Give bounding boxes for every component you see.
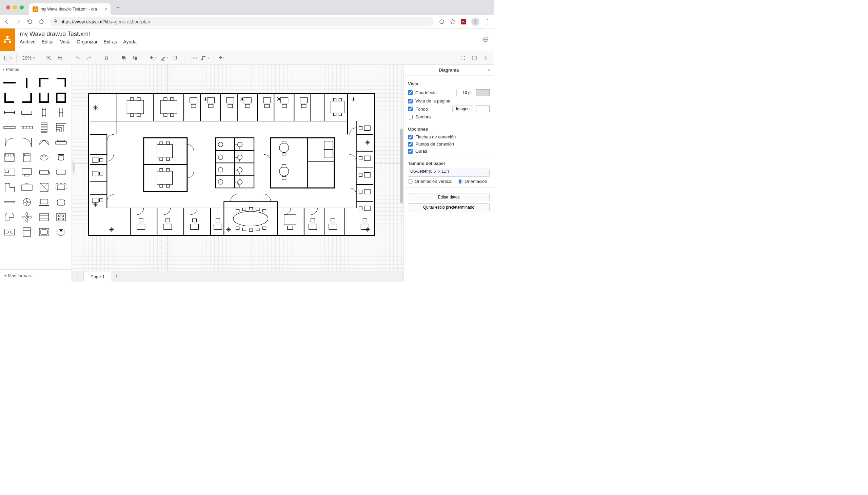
document-title[interactable]: my Wave draw.io Test.xml bbox=[20, 31, 477, 38]
floorplan-drawing[interactable] bbox=[88, 93, 375, 236]
shadow-checkbox[interactable] bbox=[408, 115, 413, 119]
menu-archivo[interactable]: Archivo bbox=[20, 39, 36, 45]
shape-desk-2[interactable] bbox=[20, 167, 34, 178]
waypoints-button[interactable]: ▾ bbox=[199, 53, 210, 63]
shape-sink[interactable] bbox=[37, 226, 51, 238]
zoom-dropdown[interactable]: 30%▾ bbox=[20, 55, 37, 61]
shape-sofa-2[interactable] bbox=[54, 167, 68, 178]
shape-flower[interactable] bbox=[20, 211, 34, 223]
connection-button[interactable]: ▾ bbox=[188, 53, 198, 63]
to-back-button[interactable] bbox=[130, 53, 140, 63]
shape-wall-u[interactable] bbox=[37, 92, 51, 103]
to-front-button[interactable] bbox=[119, 53, 129, 63]
shape-stairs[interactable] bbox=[37, 122, 51, 133]
shape-laptop[interactable] bbox=[37, 197, 51, 208]
shape-rug[interactable] bbox=[54, 182, 68, 193]
shape-dimension[interactable] bbox=[37, 107, 51, 118]
shape-fridge[interactable] bbox=[20, 226, 34, 238]
browser-tab[interactable]: my Wave draw.io Test.xml - dra × bbox=[29, 3, 110, 15]
nav-reload-button[interactable] bbox=[26, 18, 33, 25]
view-sidebar-button[interactable]: ▾ bbox=[3, 53, 13, 63]
menu-vista[interactable]: Vista bbox=[60, 39, 71, 45]
shape-wall-corner-tl[interactable] bbox=[37, 77, 51, 88]
zoom-out-button[interactable] bbox=[55, 53, 66, 63]
redo-button[interactable] bbox=[84, 53, 94, 63]
shape-toaster[interactable] bbox=[54, 197, 68, 208]
shadow-button[interactable] bbox=[171, 53, 181, 63]
menu-editar[interactable]: Editar bbox=[42, 39, 54, 45]
menu-ayuda[interactable]: Ayuda bbox=[123, 39, 136, 45]
shape-stove[interactable] bbox=[54, 211, 68, 223]
profile-avatar-icon[interactable] bbox=[471, 18, 479, 26]
collapse-toolbar-button[interactable] bbox=[481, 53, 491, 63]
grid-checkbox[interactable] bbox=[408, 90, 413, 95]
grid-size-input[interactable] bbox=[456, 89, 473, 96]
line-color-button[interactable]: ▾ bbox=[159, 53, 169, 63]
shape-sofa[interactable] bbox=[37, 167, 51, 178]
shape-door-quarter[interactable] bbox=[3, 137, 16, 148]
shape-bed-single[interactable] bbox=[20, 152, 34, 163]
window-close-icon[interactable] bbox=[6, 5, 10, 10]
shape-window-grid[interactable] bbox=[20, 122, 34, 133]
insert-button[interactable]: +▾ bbox=[217, 53, 227, 63]
shape-wall-h[interactable] bbox=[3, 77, 16, 88]
shape-dimension-2[interactable] bbox=[54, 107, 68, 118]
browser-menu-icon[interactable]: ⋮ bbox=[484, 18, 490, 25]
shape-piano[interactable] bbox=[3, 211, 16, 223]
shape-bed-double[interactable] bbox=[3, 152, 16, 163]
background-color-swatch[interactable] bbox=[476, 105, 490, 112]
shape-opening[interactable] bbox=[3, 107, 16, 118]
menu-organizar[interactable]: Organizar bbox=[77, 39, 97, 45]
nav-forward-button[interactable] bbox=[15, 18, 22, 25]
url-bar[interactable]: https://www.draw.io/?libs=general;floorp… bbox=[50, 17, 434, 27]
orientation-portrait-radio[interactable] bbox=[408, 179, 413, 184]
page-tab[interactable]: Page-1 bbox=[84, 271, 112, 281]
shape-table-round[interactable] bbox=[37, 152, 51, 163]
conn-points-checkbox[interactable] bbox=[408, 142, 413, 147]
page-view-checkbox[interactable] bbox=[408, 99, 413, 103]
paper-size-select[interactable]: US-Letter (8,5" x 11") bbox=[408, 169, 490, 177]
shape-basin[interactable] bbox=[54, 226, 68, 238]
nav-home-button[interactable] bbox=[38, 18, 45, 25]
shape-dresser[interactable] bbox=[37, 211, 51, 223]
clear-default-style-button[interactable]: Quitar estilo predeterminado bbox=[408, 203, 490, 211]
shape-wall-corner-br[interactable] bbox=[20, 92, 34, 103]
menu-extras[interactable]: Extras bbox=[104, 39, 117, 45]
new-tab-button[interactable]: + bbox=[113, 3, 123, 12]
shape-chair[interactable] bbox=[54, 152, 68, 163]
bookmark-star-icon[interactable] bbox=[449, 19, 456, 25]
conn-arrows-checkbox[interactable] bbox=[408, 135, 413, 139]
shape-fan[interactable] bbox=[20, 197, 34, 208]
pagebar-menu-icon[interactable]: ⋮ bbox=[74, 273, 82, 280]
more-shapes-button[interactable]: + Más formas... bbox=[0, 269, 72, 281]
mendeley-extension-icon[interactable] bbox=[460, 19, 466, 25]
palette-header-planos[interactable]: Planos bbox=[0, 65, 72, 74]
shape-wall-corner-bl[interactable] bbox=[3, 92, 16, 103]
shape-tv[interactable] bbox=[20, 182, 34, 193]
format-panel-button[interactable] bbox=[469, 53, 479, 63]
format-panel-close-icon[interactable]: × bbox=[488, 68, 490, 73]
shape-window-bay[interactable] bbox=[54, 137, 68, 148]
tab-close-icon[interactable]: × bbox=[104, 6, 107, 12]
grid-color-swatch[interactable] bbox=[476, 89, 490, 96]
extension-icon[interactable] bbox=[439, 19, 445, 25]
vertical-scrollbar[interactable] bbox=[400, 68, 403, 268]
shape-door-quarter-2[interactable] bbox=[20, 137, 34, 148]
background-checkbox[interactable] bbox=[408, 106, 413, 111]
shape-window-narrow[interactable] bbox=[3, 122, 16, 133]
edit-data-button[interactable]: Editar datos bbox=[408, 193, 490, 201]
drawio-logo-icon[interactable] bbox=[0, 29, 15, 51]
shape-door-double[interactable] bbox=[37, 137, 51, 148]
zoom-in-button[interactable] bbox=[44, 53, 54, 63]
fill-color-button[interactable]: ▾ bbox=[147, 53, 158, 63]
undo-button[interactable] bbox=[73, 53, 83, 63]
window-minimize-icon[interactable] bbox=[13, 5, 17, 10]
nav-back-button[interactable] bbox=[3, 18, 10, 25]
sidebar-collapse-handle[interactable] bbox=[72, 160, 75, 175]
shape-wall-room[interactable] bbox=[54, 92, 68, 103]
shape-stairs-2[interactable] bbox=[54, 122, 68, 133]
background-image-button[interactable]: Imagen bbox=[452, 105, 473, 112]
fullscreen-button[interactable] bbox=[458, 53, 468, 63]
window-zoom-icon[interactable] bbox=[20, 5, 24, 10]
guides-checkbox[interactable] bbox=[408, 149, 413, 154]
